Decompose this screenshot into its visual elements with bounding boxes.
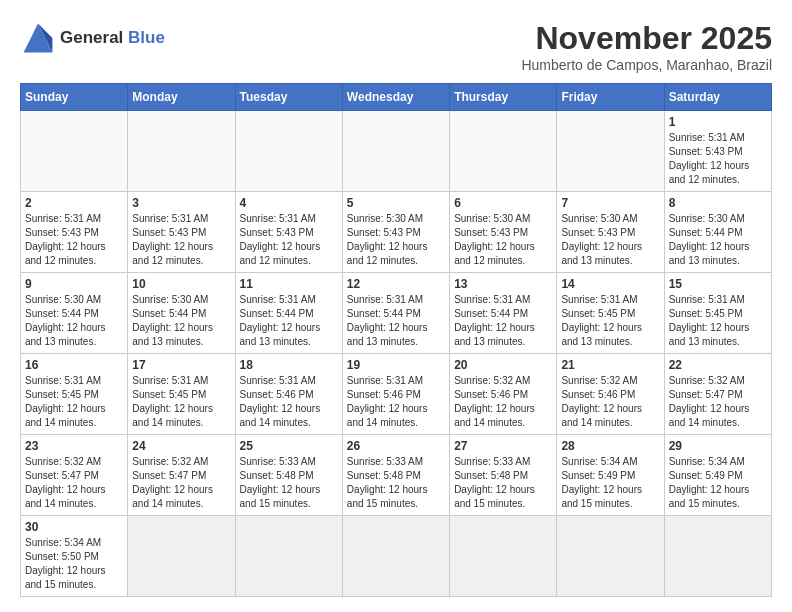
logo: General Blue: [20, 20, 165, 56]
day-info: Sunrise: 5:31 AM Sunset: 5:44 PM Dayligh…: [454, 293, 552, 349]
day-info: Sunrise: 5:31 AM Sunset: 5:43 PM Dayligh…: [132, 212, 230, 268]
day-info: Sunrise: 5:31 AM Sunset: 5:46 PM Dayligh…: [240, 374, 338, 430]
calendar-cell: 27Sunrise: 5:33 AM Sunset: 5:48 PM Dayli…: [450, 435, 557, 516]
calendar-cell: 16Sunrise: 5:31 AM Sunset: 5:45 PM Dayli…: [21, 354, 128, 435]
day-number: 1: [669, 115, 767, 129]
calendar-cell: [557, 516, 664, 597]
day-number: 9: [25, 277, 123, 291]
day-info: Sunrise: 5:33 AM Sunset: 5:48 PM Dayligh…: [240, 455, 338, 511]
day-number: 8: [669, 196, 767, 210]
calendar-cell: 25Sunrise: 5:33 AM Sunset: 5:48 PM Dayli…: [235, 435, 342, 516]
calendar-table: SundayMondayTuesdayWednesdayThursdayFrid…: [20, 83, 772, 597]
day-info: Sunrise: 5:31 AM Sunset: 5:45 PM Dayligh…: [132, 374, 230, 430]
day-info: Sunrise: 5:32 AM Sunset: 5:47 PM Dayligh…: [25, 455, 123, 511]
weekday-header-wednesday: Wednesday: [342, 84, 449, 111]
day-number: 30: [25, 520, 123, 534]
calendar-cell: [235, 111, 342, 192]
day-info: Sunrise: 5:30 AM Sunset: 5:43 PM Dayligh…: [347, 212, 445, 268]
calendar-week-1: 1Sunrise: 5:31 AM Sunset: 5:43 PM Daylig…: [21, 111, 772, 192]
logo-line1: General: [60, 28, 123, 47]
calendar-cell: 12Sunrise: 5:31 AM Sunset: 5:44 PM Dayli…: [342, 273, 449, 354]
calendar-cell: 22Sunrise: 5:32 AM Sunset: 5:47 PM Dayli…: [664, 354, 771, 435]
day-number: 16: [25, 358, 123, 372]
calendar-cell: [128, 111, 235, 192]
day-number: 5: [347, 196, 445, 210]
day-number: 27: [454, 439, 552, 453]
calendar-cell: 18Sunrise: 5:31 AM Sunset: 5:46 PM Dayli…: [235, 354, 342, 435]
calendar-cell: 28Sunrise: 5:34 AM Sunset: 5:49 PM Dayli…: [557, 435, 664, 516]
day-number: 24: [132, 439, 230, 453]
calendar-cell: [557, 111, 664, 192]
weekday-header-monday: Monday: [128, 84, 235, 111]
page-header: General Blue November 2025 Humberto de C…: [20, 20, 772, 73]
weekday-header-row: SundayMondayTuesdayWednesdayThursdayFrid…: [21, 84, 772, 111]
calendar-cell: 3Sunrise: 5:31 AM Sunset: 5:43 PM Daylig…: [128, 192, 235, 273]
calendar-cell: [235, 516, 342, 597]
calendar-cell: 21Sunrise: 5:32 AM Sunset: 5:46 PM Dayli…: [557, 354, 664, 435]
day-info: Sunrise: 5:31 AM Sunset: 5:43 PM Dayligh…: [25, 212, 123, 268]
calendar-cell: 17Sunrise: 5:31 AM Sunset: 5:45 PM Dayli…: [128, 354, 235, 435]
day-number: 10: [132, 277, 230, 291]
day-info: Sunrise: 5:31 AM Sunset: 5:44 PM Dayligh…: [240, 293, 338, 349]
day-info: Sunrise: 5:31 AM Sunset: 5:45 PM Dayligh…: [561, 293, 659, 349]
day-info: Sunrise: 5:32 AM Sunset: 5:46 PM Dayligh…: [454, 374, 552, 430]
calendar-cell: 6Sunrise: 5:30 AM Sunset: 5:43 PM Daylig…: [450, 192, 557, 273]
calendar-week-2: 2Sunrise: 5:31 AM Sunset: 5:43 PM Daylig…: [21, 192, 772, 273]
day-info: Sunrise: 5:31 AM Sunset: 5:43 PM Dayligh…: [240, 212, 338, 268]
calendar-week-4: 16Sunrise: 5:31 AM Sunset: 5:45 PM Dayli…: [21, 354, 772, 435]
calendar-cell: [664, 516, 771, 597]
day-number: 26: [347, 439, 445, 453]
weekday-header-saturday: Saturday: [664, 84, 771, 111]
day-info: Sunrise: 5:30 AM Sunset: 5:44 PM Dayligh…: [669, 212, 767, 268]
calendar-cell: 26Sunrise: 5:33 AM Sunset: 5:48 PM Dayli…: [342, 435, 449, 516]
calendar-cell: 29Sunrise: 5:34 AM Sunset: 5:49 PM Dayli…: [664, 435, 771, 516]
calendar-week-6: 30Sunrise: 5:34 AM Sunset: 5:50 PM Dayli…: [21, 516, 772, 597]
calendar-cell: 24Sunrise: 5:32 AM Sunset: 5:47 PM Dayli…: [128, 435, 235, 516]
day-info: Sunrise: 5:31 AM Sunset: 5:43 PM Dayligh…: [669, 131, 767, 187]
calendar-cell: 14Sunrise: 5:31 AM Sunset: 5:45 PM Dayli…: [557, 273, 664, 354]
day-number: 23: [25, 439, 123, 453]
calendar-cell: 13Sunrise: 5:31 AM Sunset: 5:44 PM Dayli…: [450, 273, 557, 354]
day-number: 29: [669, 439, 767, 453]
day-number: 28: [561, 439, 659, 453]
day-info: Sunrise: 5:30 AM Sunset: 5:43 PM Dayligh…: [454, 212, 552, 268]
day-number: 13: [454, 277, 552, 291]
day-number: 4: [240, 196, 338, 210]
day-info: Sunrise: 5:34 AM Sunset: 5:49 PM Dayligh…: [561, 455, 659, 511]
day-info: Sunrise: 5:31 AM Sunset: 5:45 PM Dayligh…: [25, 374, 123, 430]
day-info: Sunrise: 5:31 AM Sunset: 5:46 PM Dayligh…: [347, 374, 445, 430]
day-info: Sunrise: 5:34 AM Sunset: 5:50 PM Dayligh…: [25, 536, 123, 592]
title-block: November 2025 Humberto de Campos, Maranh…: [521, 20, 772, 73]
calendar-cell: 8Sunrise: 5:30 AM Sunset: 5:44 PM Daylig…: [664, 192, 771, 273]
day-number: 3: [132, 196, 230, 210]
month-year-title: November 2025: [521, 20, 772, 57]
calendar-cell: [342, 111, 449, 192]
calendar-cell: 20Sunrise: 5:32 AM Sunset: 5:46 PM Dayli…: [450, 354, 557, 435]
day-info: Sunrise: 5:33 AM Sunset: 5:48 PM Dayligh…: [454, 455, 552, 511]
calendar-cell: [450, 516, 557, 597]
day-number: 7: [561, 196, 659, 210]
calendar-cell: [450, 111, 557, 192]
day-info: Sunrise: 5:30 AM Sunset: 5:44 PM Dayligh…: [132, 293, 230, 349]
day-number: 12: [347, 277, 445, 291]
calendar-cell: 9Sunrise: 5:30 AM Sunset: 5:44 PM Daylig…: [21, 273, 128, 354]
calendar-cell: [128, 516, 235, 597]
calendar-cell: 5Sunrise: 5:30 AM Sunset: 5:43 PM Daylig…: [342, 192, 449, 273]
calendar-cell: [21, 111, 128, 192]
day-number: 14: [561, 277, 659, 291]
day-number: 6: [454, 196, 552, 210]
day-info: Sunrise: 5:30 AM Sunset: 5:43 PM Dayligh…: [561, 212, 659, 268]
day-info: Sunrise: 5:34 AM Sunset: 5:49 PM Dayligh…: [669, 455, 767, 511]
day-info: Sunrise: 5:31 AM Sunset: 5:45 PM Dayligh…: [669, 293, 767, 349]
calendar-cell: 19Sunrise: 5:31 AM Sunset: 5:46 PM Dayli…: [342, 354, 449, 435]
calendar-cell: 11Sunrise: 5:31 AM Sunset: 5:44 PM Dayli…: [235, 273, 342, 354]
calendar-cell: 10Sunrise: 5:30 AM Sunset: 5:44 PM Dayli…: [128, 273, 235, 354]
calendar-cell: 23Sunrise: 5:32 AM Sunset: 5:47 PM Dayli…: [21, 435, 128, 516]
day-info: Sunrise: 5:31 AM Sunset: 5:44 PM Dayligh…: [347, 293, 445, 349]
location-subtitle: Humberto de Campos, Maranhao, Brazil: [521, 57, 772, 73]
calendar-cell: 1Sunrise: 5:31 AM Sunset: 5:43 PM Daylig…: [664, 111, 771, 192]
weekday-header-tuesday: Tuesday: [235, 84, 342, 111]
calendar-cell: 15Sunrise: 5:31 AM Sunset: 5:45 PM Dayli…: [664, 273, 771, 354]
day-number: 25: [240, 439, 338, 453]
logo-line2: Blue: [128, 28, 165, 47]
